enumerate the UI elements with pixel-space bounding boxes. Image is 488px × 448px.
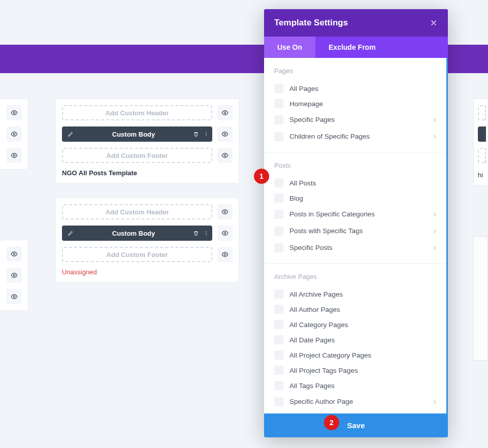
option-row[interactable]: Specific Posts› bbox=[274, 239, 436, 256]
svg-point-8 bbox=[206, 134, 207, 135]
option-label: All Archive Pages bbox=[289, 291, 436, 298]
add-footer-button[interactable]: Add Custom Footer bbox=[62, 148, 212, 163]
checkbox[interactable] bbox=[274, 178, 283, 187]
option-row[interactable]: All Category Pages bbox=[274, 317, 436, 332]
panel-body[interactable]: PagesAll PagesHomepageSpecific Pages›Chi… bbox=[264, 58, 448, 413]
checkbox[interactable] bbox=[274, 305, 283, 314]
option-row[interactable]: Homepage bbox=[274, 96, 436, 111]
right-label: hi bbox=[478, 171, 486, 179]
slim-dashed bbox=[478, 148, 486, 163]
checkbox[interactable] bbox=[274, 210, 283, 219]
option-label: Specific Author Page bbox=[289, 398, 433, 405]
option-row[interactable]: All Project Tags Pages bbox=[274, 363, 436, 378]
eye-button[interactable] bbox=[217, 126, 233, 142]
option-row[interactable]: All Archive Pages bbox=[274, 286, 436, 302]
template-card: Add Custom Header Custom Body Add Custom… bbox=[56, 198, 239, 282]
eye-icon bbox=[11, 131, 18, 138]
right-column: hi bbox=[474, 99, 488, 200]
pencil-icon bbox=[68, 230, 74, 236]
option-row[interactable]: Posts in Specific Categories› bbox=[274, 206, 436, 222]
checkbox[interactable] bbox=[274, 227, 283, 236]
right-card: hi bbox=[474, 99, 488, 185]
checkbox[interactable] bbox=[274, 335, 283, 344]
more-icon[interactable] bbox=[203, 230, 209, 236]
option-row[interactable]: Posts with Specific Tags› bbox=[274, 222, 436, 239]
eye-button[interactable] bbox=[7, 126, 22, 142]
add-footer-button[interactable]: Add Custom Footer bbox=[62, 247, 212, 262]
checkbox[interactable] bbox=[274, 115, 283, 124]
eye-button[interactable] bbox=[7, 268, 22, 283]
eye-button[interactable] bbox=[7, 148, 22, 163]
custom-body-button[interactable]: Custom Body bbox=[62, 226, 212, 241]
option-row[interactable]: All Author Pages bbox=[274, 302, 436, 317]
close-button[interactable] bbox=[430, 19, 438, 27]
eye-button[interactable] bbox=[7, 289, 22, 304]
eye-button[interactable] bbox=[7, 105, 22, 120]
option-row[interactable]: Specific Author Page By Role› bbox=[274, 410, 436, 413]
svg-point-0 bbox=[13, 112, 15, 114]
checkbox[interactable] bbox=[274, 194, 283, 203]
option-row[interactable]: Specific Author Page› bbox=[274, 393, 436, 410]
option-label: All Date Pages bbox=[289, 336, 436, 344]
svg-point-10 bbox=[224, 133, 226, 135]
pencil-icon bbox=[68, 131, 74, 137]
panel-title: Template Settings bbox=[274, 18, 348, 28]
tab-use-on[interactable]: Use On bbox=[264, 37, 315, 58]
slim-dashed bbox=[478, 105, 486, 120]
group-title: Archive Pages bbox=[274, 273, 436, 280]
option-row[interactable]: Blog bbox=[274, 190, 436, 206]
trash-icon[interactable] bbox=[193, 131, 199, 137]
eye-button[interactable] bbox=[217, 247, 233, 262]
svg-point-4 bbox=[13, 274, 15, 276]
svg-point-11 bbox=[224, 154, 226, 156]
template-title: NGO All Posts Template bbox=[62, 169, 233, 177]
left-column bbox=[0, 99, 28, 326]
option-row[interactable]: Specific Pages› bbox=[274, 111, 436, 128]
svg-point-7 bbox=[206, 132, 207, 133]
option-row[interactable]: All Pages bbox=[274, 81, 436, 96]
eye-button[interactable] bbox=[217, 226, 233, 241]
eye-button[interactable] bbox=[217, 204, 233, 219]
option-label: All Category Pages bbox=[289, 321, 436, 329]
checkbox[interactable] bbox=[274, 320, 283, 329]
svg-point-16 bbox=[224, 232, 226, 234]
eye-button[interactable] bbox=[7, 246, 22, 262]
option-row[interactable]: All Tags Pages bbox=[274, 378, 436, 393]
svg-point-15 bbox=[206, 234, 207, 235]
eye-icon bbox=[221, 251, 229, 258]
checkbox[interactable] bbox=[274, 132, 283, 141]
checkbox[interactable] bbox=[274, 99, 283, 108]
checkbox[interactable] bbox=[274, 366, 283, 375]
more-icon[interactable] bbox=[203, 131, 209, 137]
eye-button[interactable] bbox=[217, 148, 233, 163]
eye-button[interactable] bbox=[217, 105, 233, 120]
option-row[interactable]: All Date Pages bbox=[274, 332, 436, 347]
option-row[interactable]: Children of Specific Pages› bbox=[274, 128, 436, 145]
eye-icon bbox=[221, 208, 229, 215]
checkbox[interactable] bbox=[274, 381, 283, 390]
eye-icon bbox=[221, 109, 229, 116]
tab-exclude-from[interactable]: Exclude From bbox=[315, 37, 389, 58]
chevron-right-icon: › bbox=[433, 114, 436, 125]
add-header-button[interactable]: Add Custom Header bbox=[62, 204, 212, 219]
trash-icon[interactable] bbox=[193, 230, 199, 236]
chevron-right-icon: › bbox=[433, 242, 436, 253]
custom-body-button[interactable]: Custom Body bbox=[62, 126, 212, 142]
option-row[interactable]: All Project Category Pages bbox=[274, 347, 436, 363]
save-button[interactable]: Save bbox=[264, 413, 448, 437]
checkbox[interactable] bbox=[274, 290, 283, 299]
option-row[interactable]: All Posts bbox=[274, 175, 436, 190]
checkbox[interactable] bbox=[274, 397, 283, 406]
checkbox[interactable] bbox=[274, 243, 283, 252]
template-settings-panel: Template Settings Use On Exclude From Pa… bbox=[264, 9, 448, 437]
option-label: Specific Pages bbox=[289, 116, 433, 123]
svg-point-13 bbox=[206, 231, 207, 232]
template-card: Add Custom Header Custom Body Add Custom… bbox=[56, 99, 239, 183]
checkbox[interactable] bbox=[274, 84, 283, 93]
add-header-button[interactable]: Add Custom Header bbox=[62, 105, 212, 120]
option-group: Archive PagesAll Archive PagesAll Author… bbox=[264, 264, 446, 413]
chevron-right-icon: › bbox=[433, 396, 436, 407]
option-label: All Pages bbox=[289, 85, 436, 92]
svg-point-9 bbox=[206, 135, 207, 136]
checkbox[interactable] bbox=[274, 350, 283, 360]
